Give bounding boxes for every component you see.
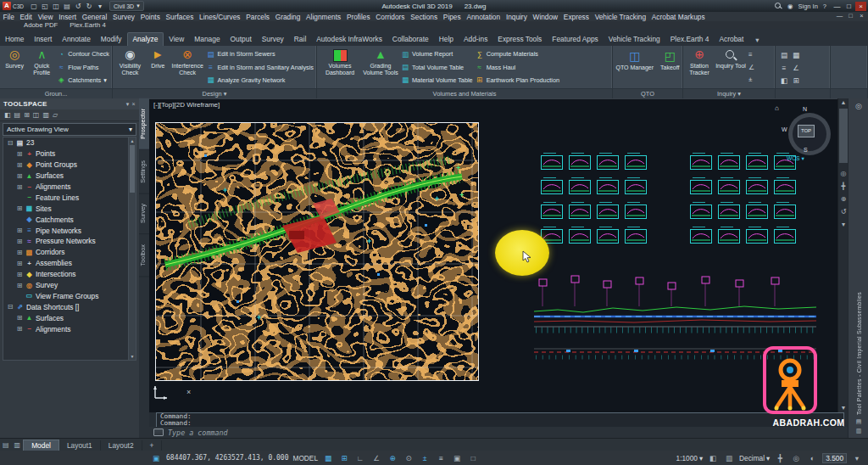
close-button[interactable]: × (855, 2, 866, 11)
edit-storm-sanitary-button[interactable]: ≡Edit in Storm and Sanitary Analysis (206, 62, 314, 73)
menu-item[interactable]: Express (560, 13, 592, 21)
doc-minimize-button[interactable]: — (835, 12, 844, 20)
ribbon-tab[interactable]: Survey (257, 33, 289, 46)
menu-item[interactable]: Points (137, 13, 163, 21)
tree-expander[interactable]: ⊞ (16, 161, 23, 169)
new-icon[interactable]: ▢ (30, 3, 38, 10)
ribbon-tab[interactable]: Autodesk InfraWorks (311, 33, 387, 46)
scrollbar-thumb[interactable] (839, 109, 848, 163)
panel-label[interactable]: QTO (613, 88, 682, 98)
plot-icon[interactable]: ▤ (63, 3, 71, 10)
model-space-viewport[interactable]: [-][Top][2D Wireframe] (149, 98, 837, 413)
menu-item[interactable]: Grading (272, 13, 303, 21)
menu-item[interactable]: Corridors (373, 13, 408, 21)
menu-item[interactable]: Acrobat Markups (648, 13, 708, 21)
help-button[interactable]: ? (823, 3, 826, 10)
tree-expander[interactable]: ⊞ (16, 325, 23, 333)
model-space-icon[interactable]: ▣ (150, 454, 162, 462)
mass-haul-button[interactable]: ≈Mass Haul (476, 62, 559, 73)
menu-item[interactable]: View (35, 13, 56, 21)
wcs-dropdown[interactable]: WCS▾ (787, 155, 804, 162)
tool-icon[interactable]: ▦ (793, 51, 799, 59)
redo-icon[interactable]: ↻ (85, 3, 93, 10)
ribbon-tab[interactable]: Collaborate (387, 33, 434, 46)
units-dropdown[interactable]: Decimal▾ (739, 454, 770, 462)
ribbon-tab[interactable]: Insert (29, 33, 57, 46)
drive-button[interactable]: ► Drive (147, 47, 169, 87)
survey-button[interactable]: ◎ Survey (3, 47, 26, 87)
toolbar-icon[interactable]: ◫ (33, 111, 40, 119)
tree-expander[interactable]: ⊞ (16, 150, 23, 158)
workspace-gear-icon[interactable]: ◎ (790, 454, 802, 462)
toolbar-icon[interactable]: ⊞ (24, 111, 30, 119)
toolspace-tab[interactable]: Toolbox (139, 234, 149, 277)
tool-icon[interactable]: ∠ (793, 64, 799, 72)
tool-icon[interactable]: ▤ (781, 51, 787, 59)
tree-item[interactable]: ⊞ ▲ Surfaces (3, 171, 129, 182)
tree-scrollbar[interactable]: ▲ ▼ (128, 137, 136, 361)
menu-item[interactable]: Window (530, 13, 560, 21)
menu-item[interactable]: Inquiry (503, 13, 530, 21)
command-input[interactable]: Type a command (149, 427, 848, 438)
restore-button[interactable]: □ (843, 2, 854, 11)
tool-palettes-strip[interactable]: ◎ Tool Palettes - Civil Imperial Subasse… (848, 98, 868, 438)
scrollbar-thumb[interactable] (130, 145, 135, 193)
layout-list-icon[interactable]: ▥ (12, 441, 24, 449)
toolspace-close-icon[interactable]: × (132, 101, 136, 108)
toolbar-icon[interactable]: ▱ (53, 111, 58, 119)
ribbon-tab[interactable]: Vehicle Tracking (604, 33, 665, 46)
selection-cycling-icon[interactable]: □ (467, 454, 479, 462)
snap-toggle-icon[interactable]: ⊞ (338, 454, 350, 462)
ribbon-tab[interactable]: Plex.Earth 4 (665, 33, 715, 46)
menu-item[interactable]: Vehicle Tracking (592, 13, 648, 21)
visibility-check-button[interactable]: ◉ Visibility Check (115, 47, 145, 87)
otrack-toggle-icon[interactable]: ⊙ (403, 454, 415, 462)
ribbon-tab[interactable]: Add-ins (459, 33, 492, 46)
annotation-visibility-icon[interactable]: ◧ (707, 454, 719, 462)
command-history[interactable]: Command: Command: (156, 412, 844, 428)
isolate-objects-icon[interactable]: ◐ (806, 454, 818, 462)
application-button[interactable]: A C3D (0, 0, 26, 12)
doc-restore-button[interactable]: □ (846, 12, 855, 20)
tree-item[interactable]: ⊟ ⇗ Data Shortcuts [] (3, 301, 129, 312)
menu-item[interactable]: General (79, 13, 109, 21)
tree-item[interactable]: ▭ View Frame Groups (3, 290, 129, 301)
tree-item[interactable]: ~ Feature Lines (3, 192, 129, 203)
compass-west[interactable]: W (782, 126, 787, 132)
menu-item[interactable]: Sections (408, 13, 441, 21)
transparency-toggle-icon[interactable]: ▣ (451, 454, 463, 462)
toolspace-tab[interactable]: Settings (139, 150, 149, 194)
layout-tab[interactable]: Model (23, 440, 59, 451)
volumes-dashboard-button[interactable]: Volumes Dashboard (320, 47, 360, 87)
menu-item[interactable]: Annotation (464, 13, 503, 21)
toolspace-menu-icon[interactable]: ▾ (126, 101, 130, 108)
takeoff-button[interactable]: ◰ Takeoff (660, 47, 679, 87)
qat-caret-icon[interactable]: ▾ (96, 3, 104, 10)
palette-properties-icon[interactable]: ◎ (855, 98, 862, 114)
tree-item[interactable]: ⊞ + Points (3, 148, 129, 160)
menu-item[interactable]: Surfaces (163, 13, 197, 21)
doc-close-button[interactable]: × (857, 12, 866, 20)
open-icon[interactable]: ◱ (41, 3, 49, 10)
catchments-button[interactable]: ◈Catchments▾ (57, 75, 109, 86)
ribbon-tab[interactable]: Annotate (57, 33, 96, 46)
viewport-controls[interactable]: [-][Top][2D Wireframe] (153, 101, 220, 109)
total-volume-table-button[interactable]: ▤Total Volume Table (401, 62, 473, 73)
tree-item[interactable]: ⊞ ~ Alignments (3, 323, 129, 334)
minimize-button[interactable]: — (832, 2, 843, 11)
ribbon-tab[interactable]: Acrobat (714, 33, 748, 46)
tree-expander[interactable]: ⊞ (16, 172, 23, 180)
ribbon-tab[interactable]: Output (225, 33, 257, 46)
tree-expander[interactable]: ⊟ (7, 139, 14, 147)
tool-icon[interactable]: ≡ (782, 64, 787, 72)
ribbon-tab[interactable]: Manage (189, 33, 225, 46)
tree-item[interactable]: ⊞ ▦ Sites (3, 203, 129, 214)
tree-expander[interactable]: ⊞ (16, 249, 23, 256)
tree-item[interactable]: ⊟ ▤ 23 (3, 137, 129, 148)
compass-south[interactable]: S (804, 147, 808, 153)
menu-item[interactable]: Insert (56, 13, 80, 21)
ribbon-tab[interactable]: Express Tools (492, 33, 547, 46)
layout-tab[interactable]: + (142, 440, 163, 451)
tree-item[interactable]: ⊞ ≡ Pipe Networks (3, 225, 129, 236)
save-icon[interactable]: ◫ (52, 3, 60, 10)
